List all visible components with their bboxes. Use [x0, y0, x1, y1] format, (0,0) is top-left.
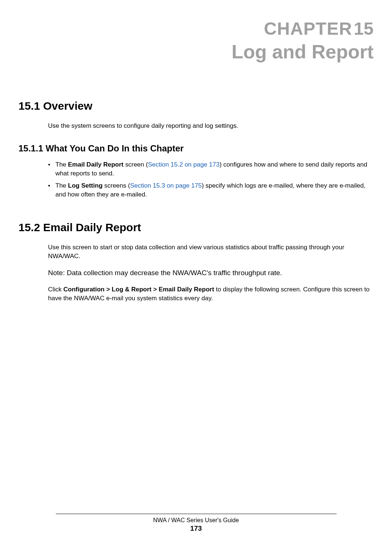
page-footer: NWA / WAC Series User's Guide 173 [0, 514, 392, 533]
section-15-1-1-list: The Email Daily Report screen (Section 1… [48, 160, 374, 199]
chapter-title: Log and Report [18, 41, 374, 63]
chapter-label-prefix: C [264, 19, 277, 38]
footer-guide-title: NWA / WAC Series User's Guide [0, 517, 392, 524]
chapter-number: 15 [354, 19, 374, 38]
section-15-1-heading: 15.1 Overview [18, 100, 374, 112]
bullet2-link[interactable]: Section 15.3 on page 175 [130, 182, 202, 189]
chapter-label-line: CHAPTER 15 [18, 18, 374, 39]
bullet2-bold: Log Setting [68, 182, 102, 189]
chapter-label-rest: HAPTER [277, 19, 352, 38]
bullet1-bold: Email Daily Report [68, 161, 123, 168]
bullet1-link[interactable]: Section 15.2 on page 173 [148, 161, 219, 168]
bullet1-mid: screen ( [123, 161, 148, 168]
section-15-2-heading: 15.2 Email Daily Report [18, 221, 374, 234]
footer-page-number: 173 [0, 524, 392, 533]
body2-pre: Click [48, 286, 64, 293]
body2-bold: Configuration > Log & Report > Email Dai… [64, 286, 214, 293]
chapter-header: CHAPTER 15 Log and Report [18, 18, 374, 63]
list-item: The Log Setting screens (Section 15.3 on… [48, 181, 374, 199]
section-15-2-body2: Click Configuration > Log & Report > Ema… [48, 285, 374, 303]
list-item: The Email Daily Report screen (Section 1… [48, 160, 374, 178]
bullet2-mid: screens ( [103, 182, 130, 189]
footer-divider [56, 514, 337, 514]
bullet2-pre: The [55, 182, 68, 189]
bullet1-pre: The [55, 161, 68, 168]
section-15-1-body: Use the system screens to configure dail… [48, 122, 374, 130]
section-15-2-note: Note: Data collection may decrease the N… [48, 268, 374, 278]
section-15-2-body1: Use this screen to start or stop data co… [48, 243, 374, 261]
section-15-1-1-heading: 15.1.1 What You Can Do In this Chapter [18, 143, 374, 154]
